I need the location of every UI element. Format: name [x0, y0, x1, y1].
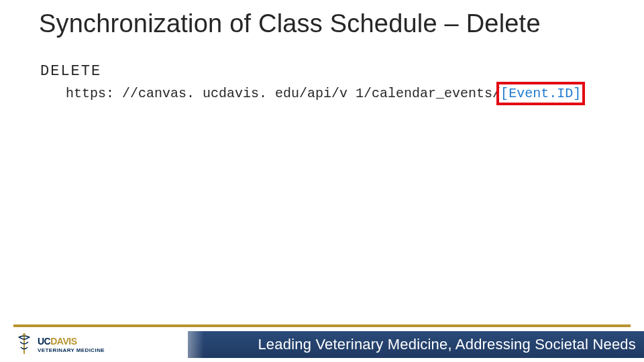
- tagline: Leading Veterinary Medicine, Addressing …: [258, 336, 636, 353]
- footer: UCDAVIS VETERINARY MEDICINE Leading Vete…: [0, 324, 644, 362]
- tagline-bar: Leading Veterinary Medicine, Addressing …: [188, 331, 644, 358]
- logo-sub: VETERINARY MEDICINE: [38, 348, 105, 353]
- param-open-bracket: [: [500, 86, 508, 101]
- logo-davis: DAVIS: [50, 336, 76, 347]
- logo-uc: UC: [38, 336, 50, 347]
- http-url: https: //canvas. ucdavis. edu/api/v 1/ca…: [66, 86, 581, 101]
- slide: Synchronization of Class Schedule – Dele…: [0, 0, 644, 362]
- slide-title: Synchronization of Class Schedule – Dele…: [39, 9, 541, 38]
- url-param-wrap: [Event.ID]: [500, 86, 581, 101]
- logo-text: UCDAVIS VETERINARY MEDICINE: [38, 336, 105, 353]
- param-close-bracket: ]: [573, 86, 581, 101]
- svg-point-1: [23, 333, 25, 336]
- caduceus-icon: [15, 333, 34, 357]
- http-method: DELETE: [40, 63, 101, 80]
- footer-rule: [13, 324, 631, 327]
- url-prefix: https: //canvas. ucdavis. edu/api/v 1/ca…: [66, 86, 500, 101]
- logo: UCDAVIS VETERINARY MEDICINE: [15, 331, 105, 358]
- param-name: Event.ID: [508, 86, 573, 101]
